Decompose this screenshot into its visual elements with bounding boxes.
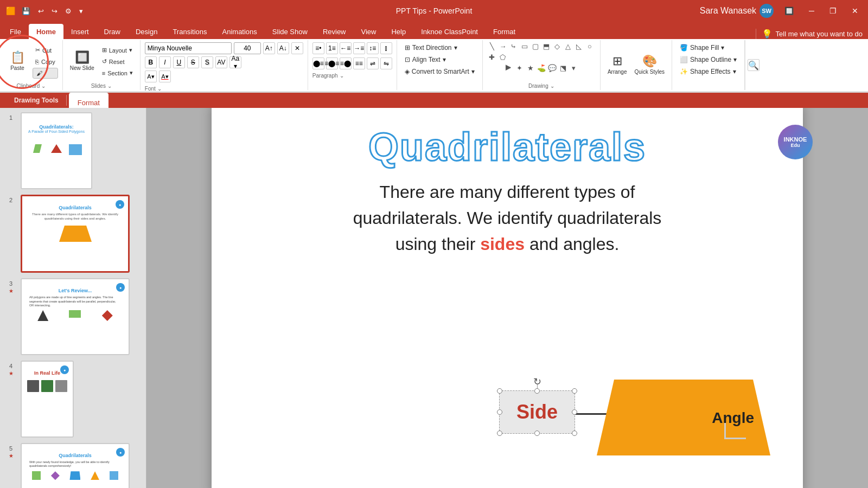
handle-tr[interactable] (572, 388, 577, 394)
bold-button[interactable]: B (145, 56, 157, 68)
bullets-button[interactable]: ≡• (312, 42, 324, 54)
shape-diamond[interactable]: ◇ (552, 41, 562, 51)
section-button[interactable]: ≡ Section ▾ (99, 68, 136, 79)
increase-indent-button[interactable]: →≡ (353, 42, 365, 54)
new-slide-button[interactable]: 🔲 New Slide (67, 44, 97, 79)
ltr-button[interactable]: ⇋ (380, 57, 392, 69)
cut-button[interactable]: ✂ Cut (33, 45, 58, 56)
underline-button[interactable]: U (173, 56, 185, 68)
slide-thumb-2[interactable]: ● Quadrilaterals There are many differen… (21, 195, 130, 273)
copy-button[interactable]: ⎘ Copy (33, 56, 58, 67)
redo-button[interactable]: ↪ (49, 6, 60, 16)
side-textbox-selected[interactable]: ↻ Side (499, 390, 575, 434)
customize-button[interactable]: ⚙ (63, 6, 74, 16)
tab-animations[interactable]: Animations (215, 24, 265, 39)
shape-rect[interactable]: ▭ (520, 41, 529, 51)
slides-expand-icon[interactable]: ⌄ (107, 83, 112, 89)
font-color-button[interactable]: A▾ (159, 70, 171, 82)
paste-button[interactable]: 📋 Paste (4, 44, 30, 79)
slide-thumb-3[interactable]: ● Let's Review... All polygons are made … (21, 278, 130, 355)
align-center-button[interactable]: ≡⬤≡ (326, 57, 338, 69)
line-spacing-button[interactable]: ↕≡ (367, 42, 379, 54)
char-spacing-button[interactable]: AV (215, 56, 227, 68)
decrease-indent-button[interactable]: ←≡ (340, 42, 352, 54)
rotate-handle[interactable]: ↻ (533, 376, 541, 388)
shape-effects-button[interactable]: ✨ Shape Effects ▾ (676, 66, 740, 77)
handle-ml[interactable] (497, 409, 502, 415)
drawing-expand-icon[interactable]: ⌄ (550, 83, 554, 89)
tab-review[interactable]: Review (315, 24, 354, 39)
columns-button[interactable]: ⫿ (380, 42, 392, 54)
layout-button[interactable]: ⊞ Layout ▾ (99, 45, 136, 56)
tell-me-area[interactable]: 💡 Tell me what you want to do (756, 29, 868, 39)
tab-transitions[interactable]: Transitions (165, 24, 214, 39)
shape-pentagon[interactable]: ⬠ (498, 52, 508, 62)
quick-styles-button[interactable]: 🎨 Quick Styles (631, 48, 667, 82)
shape-banner[interactable]: ⛳ (537, 63, 546, 73)
shape-connector[interactable]: ⤷ (509, 41, 519, 51)
shape-callout[interactable]: 💬 (547, 63, 557, 73)
para-expand-icon[interactable]: ⌄ (340, 73, 344, 79)
tab-insert[interactable]: Insert (63, 24, 97, 39)
handle-bl[interactable] (497, 431, 502, 436)
tab-view[interactable]: View (354, 24, 384, 39)
tab-slideshow[interactable]: Slide Show (265, 24, 315, 39)
tab-format[interactable]: Format (486, 24, 523, 39)
handle-tl[interactable] (497, 388, 502, 394)
numbering-button[interactable]: 1≡ (326, 42, 338, 54)
share-button[interactable]: 🔲 (780, 0, 798, 22)
handle-bc[interactable] (534, 431, 540, 436)
shape-snip-rect[interactable]: ⬒ (541, 41, 551, 51)
shape-rounded-rect[interactable]: ▢ (531, 41, 540, 51)
shadow-button[interactable]: S (201, 56, 213, 68)
slide-thumb-4[interactable]: ● In Real Life (21, 361, 74, 438)
tab-file[interactable]: File (2, 24, 29, 39)
justify-button[interactable]: ≡≡ (353, 57, 365, 69)
font-family-input[interactable] (145, 42, 232, 54)
handle-br[interactable] (572, 431, 577, 436)
align-left-button[interactable]: ⬤≡ (312, 57, 324, 69)
shape-triangle[interactable]: △ (563, 41, 573, 51)
shape-line[interactable]: ╲ (487, 41, 497, 51)
find-button[interactable]: 🔍 (748, 59, 760, 71)
font-size-input[interactable] (234, 42, 261, 54)
tab-home[interactable]: Home (29, 24, 63, 39)
shape-fill-button[interactable]: 🪣 Shape Fill ▾ (676, 42, 740, 53)
more-button[interactable]: ▾ (77, 6, 85, 16)
tab-design[interactable]: Design (128, 24, 165, 39)
shape-action[interactable]: ⬔ (558, 63, 568, 73)
handle-mr[interactable] (572, 409, 577, 415)
tab-draw[interactable]: Draw (97, 24, 128, 39)
handle-tc[interactable] (534, 388, 540, 394)
change-case-button[interactable]: Aa ▾ (229, 56, 241, 68)
inknoe-float-badge[interactable]: INKNOE Edu (778, 125, 813, 159)
tab-help[interactable]: Help (384, 24, 413, 39)
text-direction-button[interactable]: ⊞ Text Direction ▾ (401, 42, 478, 53)
font-expand-icon[interactable]: ⌄ (157, 86, 162, 92)
format-painter-button[interactable]: 🖌 (33, 68, 58, 79)
align-right-button[interactable]: ≡⬤ (340, 57, 352, 69)
increase-font-button[interactable]: A↑ (263, 42, 275, 54)
clipboard-expand-icon[interactable]: ⌄ (41, 83, 46, 89)
minimize-button[interactable]: ─ (805, 0, 819, 22)
restore-button[interactable]: ❐ (825, 0, 841, 22)
shape-rtriangle[interactable]: ◺ (574, 41, 584, 51)
shape-oval[interactable]: ○ (585, 41, 595, 51)
shape-arrow-line[interactable]: → (498, 41, 508, 51)
shape-plus[interactable]: ✚ (487, 52, 497, 62)
format-tools-tab[interactable]: Format (69, 93, 108, 108)
shape-chevron[interactable]: ⯈ (504, 63, 514, 73)
close-button[interactable]: ✕ (847, 0, 863, 22)
shape-star4[interactable]: ✦ (515, 63, 525, 73)
highlight-color-button[interactable]: A▾ (145, 70, 157, 82)
convert-smartart-button[interactable]: ◈ Convert to SmartArt ▾ (401, 66, 478, 77)
slide-thumb-1[interactable]: Quadrilaterals: A Parade of Four-Sided P… (21, 112, 92, 189)
shape-more[interactable]: ▾ (569, 63, 579, 73)
rtl-button[interactable]: ⇌ (367, 57, 379, 69)
undo-button[interactable]: ↩ (36, 6, 46, 16)
shape-star5[interactable]: ★ (526, 63, 535, 73)
tab-inknoe[interactable]: Inknoe ClassPoint (413, 24, 486, 39)
align-text-button[interactable]: ⊡ Align Text ▾ (401, 54, 478, 65)
save-button[interactable]: 💾 (20, 6, 33, 16)
decrease-font-button[interactable]: A↓ (277, 42, 289, 54)
